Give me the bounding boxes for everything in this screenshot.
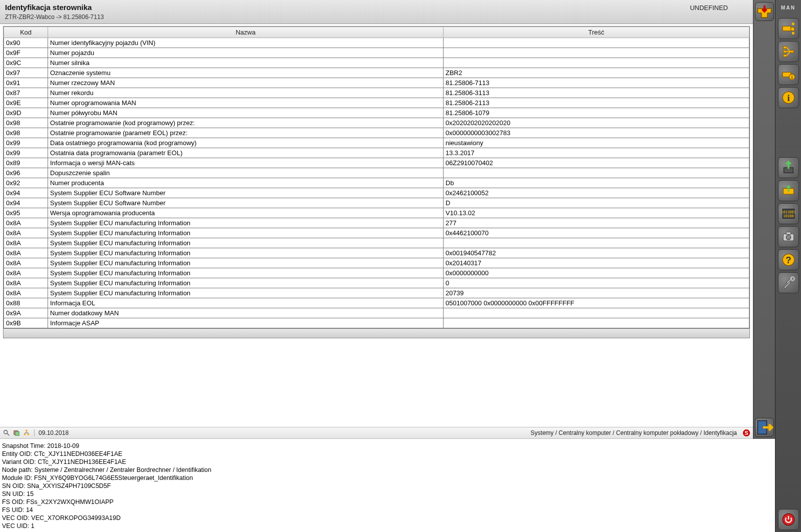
cell-nazwa: Informacje ASAP xyxy=(48,318,444,328)
table-row[interactable]: 0x97Oznaczenie systemuZBR2 xyxy=(4,68,749,78)
table-row[interactable]: 0x8ASystem Supplier ECU manufacturing In… xyxy=(4,248,749,258)
table-row[interactable]: 0x99Data ostatniego programowania (kod p… xyxy=(4,138,749,148)
download-button[interactable] xyxy=(755,2,774,21)
cell-nazwa: System Supplier ECU Software Number xyxy=(48,198,444,208)
cell-nazwa: Numer rzeczowy MAN xyxy=(48,78,444,88)
table-row[interactable]: 0x9DNumer półwyrobu MAN81.25806-1079 xyxy=(4,108,749,118)
table-row[interactable]: 0x94System Supplier ECU Software NumberD xyxy=(4,198,749,208)
cell-kod: 0x8A xyxy=(4,228,48,238)
table-row[interactable]: 0x90Numer identyfikacyjny pojazdu (VIN) xyxy=(4,38,749,48)
col-nazwa[interactable]: Nazwa xyxy=(48,27,444,38)
cell-tresc: 13.3.2017 xyxy=(444,148,749,158)
cell-nazwa: Numer identyfikacyjny pojazdu (VIN) xyxy=(48,38,444,48)
table-row[interactable]: 0x8ASystem Supplier ECU manufacturing In… xyxy=(4,288,749,298)
svg-text:1011001: 1011001 xyxy=(781,210,795,214)
svg-text:?: ? xyxy=(785,255,791,265)
folder-up-icon[interactable] xyxy=(778,180,799,201)
cell-tresc: 81.25806-2113 xyxy=(444,98,749,108)
cell-kod: 0x8A xyxy=(4,258,48,268)
svg-line-1 xyxy=(7,433,9,435)
table-row[interactable]: 0x8ASystem Supplier ECU manufacturing In… xyxy=(4,218,749,228)
table-row[interactable]: 0x9BInformacje ASAP xyxy=(4,318,749,328)
cell-tresc: 0 xyxy=(444,278,749,288)
info-icon[interactable]: i xyxy=(778,87,799,108)
exit-button[interactable] xyxy=(755,418,774,437)
table-row[interactable]: 0x94System Supplier ECU Software Number0… xyxy=(4,188,749,198)
snapshot-line: SN OID: SNa_XXYISZ4PH7109C5D5F xyxy=(2,482,773,490)
cell-nazwa: Ostatnie programowanie (kod programowy) … xyxy=(48,118,444,128)
table-row[interactable]: 0x91Numer rzeczowy MAN81.25806-7113 xyxy=(4,78,749,88)
cell-tresc: ZBR2 xyxy=(444,68,749,78)
tree-structure-icon[interactable] xyxy=(778,41,799,62)
cell-tresc: 0x2462100052 xyxy=(444,188,749,198)
table-row[interactable]: 0x8ASystem Supplier ECU manufacturing In… xyxy=(4,238,749,248)
cell-kod: 0x9B xyxy=(4,318,48,328)
cell-kod: 0x9F xyxy=(4,48,48,58)
cell-tresc xyxy=(444,38,749,48)
page-subtitle: ZTR-ZBR2-Wabco -> 81.25806-7113 xyxy=(5,14,104,21)
svg-line-20 xyxy=(786,48,790,52)
upload-icon[interactable] xyxy=(778,157,799,178)
cell-nazwa: System Supplier ECU manufacturing Inform… xyxy=(48,228,444,238)
cell-nazwa: Numer dodatkowy MAN xyxy=(48,308,444,318)
vehicle-info-icon[interactable]: i xyxy=(778,64,799,85)
table-row[interactable]: 0x98Ostatnie programowanie (kod programo… xyxy=(4,118,749,128)
binary-data-icon[interactable]: 101100110100 xyxy=(778,203,799,224)
cell-kod: 0x8A xyxy=(4,268,48,278)
cell-kod: 0x92 xyxy=(4,178,48,188)
table-row[interactable]: 0x9ANumer dodatkowy MAN xyxy=(4,308,749,318)
cell-nazwa: Ostatnia data programowania (parametr EO… xyxy=(48,148,444,158)
cell-tresc: 0x0000000003002783 xyxy=(444,128,749,138)
table-row[interactable]: 0x99Ostatnia data programowania (paramet… xyxy=(4,148,749,158)
snapshot-line: SN UID: 15 xyxy=(2,490,773,498)
table-row[interactable]: 0x8ASystem Supplier ECU manufacturing In… xyxy=(4,228,749,238)
power-icon[interactable] xyxy=(778,509,799,530)
cell-tresc xyxy=(444,308,749,318)
svg-rect-15 xyxy=(792,32,794,35)
svg-rect-33 xyxy=(786,232,790,235)
table-row[interactable]: 0x8ASystem Supplier ECU manufacturing In… xyxy=(4,258,749,268)
table-row[interactable]: 0x9FNumer pojazdu xyxy=(4,48,749,58)
table-row[interactable]: 0x96Dopuszczenie spalin xyxy=(4,168,749,178)
cell-kod: 0x95 xyxy=(4,208,48,218)
zoom-icon[interactable] xyxy=(3,429,10,436)
cell-tresc xyxy=(444,168,749,178)
breadcrumb: Systemy / Centralny komputer / Centralny… xyxy=(531,429,740,436)
svg-text:i: i xyxy=(791,75,792,80)
table-row[interactable]: 0x8ASystem Supplier ECU manufacturing In… xyxy=(4,268,749,278)
page-title: Identyfikacja sterownika xyxy=(5,3,104,12)
cell-nazwa: Ostatnie programowanie (parametr EOL) pr… xyxy=(48,128,444,138)
svg-rect-13 xyxy=(790,28,794,31)
vehicle-select-icon[interactable] xyxy=(778,18,799,39)
cell-kod: 0x88 xyxy=(4,298,48,308)
table-row[interactable]: 0x87Numer rekordu81.25806-3113 xyxy=(4,88,749,98)
layers-icon[interactable] xyxy=(13,429,20,436)
tools-icon[interactable] xyxy=(778,272,799,293)
cell-tresc: V10.13.02 xyxy=(444,208,749,218)
table-row[interactable]: 0x8ASystem Supplier ECU manufacturing In… xyxy=(4,278,749,288)
table-row[interactable]: 0x89Informacja o wersji MAN-cats06Z29100… xyxy=(4,158,749,168)
table-row[interactable]: 0x92Numer producentaDb xyxy=(4,178,749,188)
camera-icon[interactable] xyxy=(778,226,799,247)
tree-icon[interactable] xyxy=(23,429,30,436)
cell-tresc: 81.25806-7113 xyxy=(444,78,749,88)
table-row[interactable]: 0x98Ostatnie programowanie (parametr EOL… xyxy=(4,128,749,138)
col-tresc[interactable]: Treść xyxy=(444,27,749,38)
table-row[interactable]: 0x88Informacja EOL0501007000 0x000000000… xyxy=(4,298,749,308)
svg-rect-6 xyxy=(28,434,30,435)
col-kod[interactable]: Kod xyxy=(4,27,48,38)
table-row[interactable]: 0x9ENumer oprogramowania MAN81.25806-211… xyxy=(4,98,749,108)
table-row[interactable]: 0x9CNumer silnika xyxy=(4,58,749,68)
cell-tresc: 20739 xyxy=(444,288,749,298)
cell-tresc: 0x2020202020202020 xyxy=(444,118,749,128)
svg-point-34 xyxy=(786,235,790,240)
table-row[interactable]: 0x95Wersja oprogramowania producentaV10.… xyxy=(4,208,749,218)
cell-kod: 0x94 xyxy=(4,198,48,208)
cell-nazwa: Numer półwyrobu MAN xyxy=(48,108,444,118)
cell-nazwa: Numer oprogramowania MAN xyxy=(48,98,444,108)
cell-nazwa: Dopuszczenie spalin xyxy=(48,168,444,178)
cell-kod: 0x90 xyxy=(4,38,48,48)
help-icon[interactable]: ? xyxy=(778,249,799,270)
ident-table: Kod Nazwa Treść 0x90Numer identyfikacyjn… xyxy=(4,27,749,328)
cell-kod: 0x8A xyxy=(4,218,48,228)
